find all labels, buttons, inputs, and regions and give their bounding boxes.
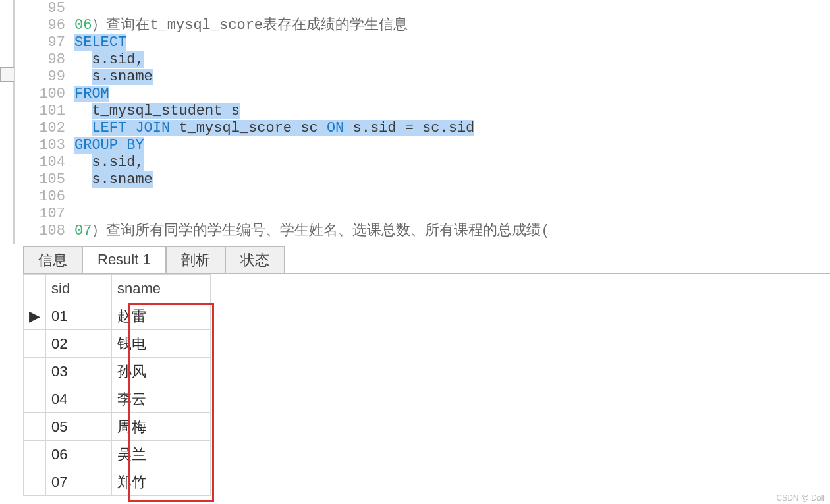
code-line: 07）查询所有同学的学生编号、学生姓名、选课总数、所有课程的总成绩( — [74, 223, 830, 240]
row-indicator — [24, 468, 46, 496]
cell-sid[interactable]: 06 — [46, 441, 112, 468]
tab-info[interactable]: 信息 — [23, 246, 82, 273]
row-indicator — [24, 385, 46, 413]
cell-sname[interactable]: 周梅 — [112, 413, 211, 441]
code-line: s.sid, — [74, 51, 830, 69]
cell-sname[interactable]: 赵雷 — [112, 302, 211, 330]
code-line: LEFT JOIN t_mysql_score sc ON s.sid = sc… — [74, 120, 830, 137]
code-line — [74, 206, 830, 223]
line-number: 99 — [15, 69, 65, 86]
tab-result-1[interactable]: Result 1 — [82, 246, 166, 273]
table-header-row: sid sname — [24, 275, 211, 302]
row-indicator — [24, 358, 46, 385]
table-row[interactable]: 04李云 — [24, 385, 211, 413]
row-indicator: ▶ — [24, 302, 46, 330]
line-number: 106 — [15, 188, 65, 206]
line-number: 103 — [15, 137, 65, 154]
line-number: 102 — [15, 120, 65, 137]
code-line — [74, 188, 830, 206]
result-table[interactable]: sid sname ▶01赵雷02钱电03孙风04李云05周梅06吴兰07郑竹 — [23, 274, 211, 496]
cell-sname[interactable]: 郑竹 — [112, 468, 211, 496]
cell-sname[interactable]: 钱电 — [112, 330, 211, 358]
code-area[interactable]: 06）查询在t_mysql_score表存在成绩的学生信息 SELECT s.s… — [74, 0, 830, 244]
line-number: 97 — [15, 34, 65, 51]
code-line — [74, 0, 830, 17]
result-panel: sid sname ▶01赵雷02钱电03孙风04李云05周梅06吴兰07郑竹 — [23, 274, 830, 496]
code-line: s.sid, — [74, 154, 830, 171]
line-number: 108 — [15, 223, 65, 240]
tab-status[interactable]: 状态 — [225, 246, 285, 273]
table-row[interactable]: 03孙风 — [24, 358, 211, 385]
code-line: t_mysql_student s — [74, 103, 830, 120]
line-number-gutter: 95 96 97 98 99 100 101 102 103 104 105 1… — [15, 0, 74, 244]
tab-profile[interactable]: 剖析 — [166, 246, 225, 273]
line-number: 107 — [15, 206, 65, 223]
row-indicator-header — [24, 275, 46, 302]
line-number: 95 — [15, 0, 65, 17]
table-row[interactable]: 06吴兰 — [24, 441, 211, 468]
column-header-sid[interactable]: sid — [46, 275, 112, 302]
table-row[interactable]: 05周梅 — [24, 413, 211, 441]
cell-sname[interactable]: 吴兰 — [112, 441, 211, 468]
cell-sname[interactable]: 李云 — [112, 385, 211, 413]
cell-sid[interactable]: 02 — [46, 330, 112, 358]
code-line: 06）查询在t_mysql_score表存在成绩的学生信息 — [74, 17, 830, 34]
row-indicator — [24, 413, 46, 441]
cell-sid[interactable]: 01 — [46, 302, 112, 330]
code-line: SELECT — [74, 34, 830, 51]
line-number: 98 — [15, 51, 65, 69]
cell-sid[interactable]: 04 — [46, 385, 112, 413]
code-line: FROM — [74, 86, 830, 103]
code-line: GROUP BY — [74, 137, 830, 154]
line-number: 100 — [15, 86, 65, 103]
line-number: 105 — [15, 171, 65, 188]
line-number: 96 — [15, 17, 65, 34]
row-indicator — [24, 441, 46, 468]
fold-handle[interactable] — [0, 67, 14, 82]
code-line: s.sname — [74, 69, 830, 86]
table-row[interactable]: ▶01赵雷 — [24, 302, 211, 330]
sql-editor[interactable]: 95 96 97 98 99 100 101 102 103 104 105 1… — [13, 0, 830, 244]
result-tabs: 信息 Result 1 剖析 状态 — [23, 246, 830, 274]
line-number: 104 — [15, 154, 65, 171]
cell-sid[interactable]: 05 — [46, 413, 112, 441]
cell-sname[interactable]: 孙风 — [112, 358, 211, 385]
table-row[interactable]: 02钱电 — [24, 330, 211, 358]
row-indicator — [24, 330, 46, 358]
cell-sid[interactable]: 03 — [46, 358, 112, 385]
code-line: s.sname — [74, 171, 830, 188]
line-number: 101 — [15, 103, 65, 120]
cell-sid[interactable]: 07 — [46, 468, 112, 496]
column-header-sname[interactable]: sname — [112, 275, 211, 302]
table-row[interactable]: 07郑竹 — [24, 468, 211, 496]
watermark: CSDN @.Doll — [776, 493, 825, 503]
